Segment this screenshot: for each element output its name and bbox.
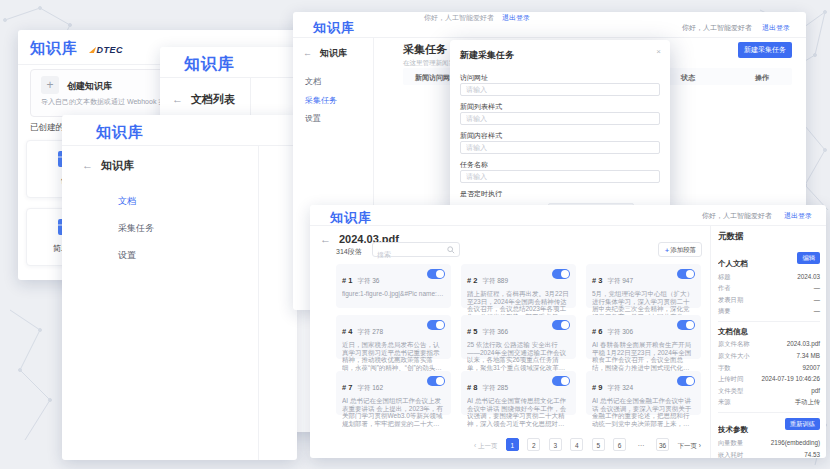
user-greeting: 你好，人工智能爱好者	[682, 24, 752, 31]
metadata-divider	[710, 225, 711, 458]
sidebar-item-documents[interactable]: 文档	[62, 195, 297, 208]
doc-list-title: 文档列表	[191, 93, 235, 105]
header-divider	[62, 145, 297, 146]
field-input-task-name[interactable]	[460, 170, 660, 183]
meta-row: 文件类型pdf	[718, 387, 820, 396]
window-document-viewer: 知识库 你好，人工智能爱好者 退出登录 ←2024.03.pdf 314段落 ＋…	[310, 205, 826, 458]
meta-row: 标题2024.03	[718, 273, 820, 282]
search-input[interactable]	[373, 248, 443, 261]
meta-row: 摘要—	[718, 307, 820, 316]
partner-logo: DTEC	[90, 39, 123, 56]
add-segment-button[interactable]: ＋添加段落	[658, 242, 702, 257]
field-label-content-style: 新闻内容样式	[460, 131, 502, 141]
field-label-url: 访问网址	[460, 73, 488, 83]
pagination-page-4[interactable]: 4	[570, 438, 583, 451]
sidebar-item-settings[interactable]: 设置	[62, 249, 297, 262]
field-label-list-style: 新闻列表样式	[460, 102, 502, 112]
logout-link[interactable]: 退出登录	[784, 212, 812, 219]
search-icon	[447, 246, 455, 254]
pagination-page-1[interactable]: 1	[506, 438, 519, 451]
tasks-back-title: 知识库	[320, 48, 347, 58]
segment-card[interactable]: # 8字符 285 AI 总书记在全国宣传思想文化工作会议中讲话 围绕做好今年工…	[461, 371, 576, 415]
pagination-page-6[interactable]: 6	[613, 438, 626, 451]
segment-toggle[interactable]	[677, 320, 695, 330]
column-actions: 操作	[755, 73, 769, 83]
close-icon[interactable]: ×	[656, 47, 661, 56]
app-logo: 知识库	[313, 19, 355, 37]
new-task-modal: 新建采集任务 × 访问网址 新闻列表样式 新闻内容样式 任务名称 是否定时执行 …	[450, 40, 670, 212]
segment-card[interactable]: # 9字符 324 AI 总书记在全国金融工作会议中讲话 会议强调，要深入学习贯…	[586, 371, 701, 415]
desktop: 知识库 DTEC + 创建知识库 导入自己的文本数据或通过 Webhook 实时…	[0, 0, 830, 469]
logout-link[interactable]: 退出登录	[502, 14, 530, 21]
meta-row: 嵌入耗时74.53	[718, 451, 820, 460]
column-status: 状态	[681, 73, 695, 83]
pagination-prev[interactable]: ‹ 上一页	[474, 442, 497, 451]
segment-card[interactable]: # 6字符 306 AI 春耕备耕全面展开粮食生产开局平稳 1月22日至23日，…	[586, 315, 701, 359]
app-logo: 知识库	[184, 54, 235, 75]
segment-toggle[interactable]	[552, 376, 570, 386]
back-arrow-icon[interactable]: ←	[303, 48, 312, 58]
segment-card[interactable]: # 3字符 947 5月，党组理论学习中心组（扩大）进行集体学习，深入学习贯彻二…	[586, 264, 701, 308]
logout-link[interactable]: 退出登录	[762, 24, 790, 31]
edit-metadata-button[interactable]: 编辑	[797, 252, 820, 264]
segment-toggle[interactable]	[677, 376, 695, 386]
meta-row: 来源手动上传	[718, 398, 820, 407]
user-info: 你好，人工智能爱好者 退出登录	[702, 211, 812, 221]
pagination-page-5[interactable]: 5	[592, 438, 605, 451]
page-title: 采集任务	[403, 42, 447, 57]
pagination-next[interactable]: 下一页 ›	[678, 442, 701, 451]
segment-toggle[interactable]	[552, 269, 570, 279]
field-input-content-style[interactable]	[460, 141, 660, 154]
metadata-heading: 元数据	[718, 231, 820, 243]
segment-card[interactable]: # 4字符 278 近日，国家税务总局发布公告，认真学习贯彻习近平总书记重要指示…	[336, 315, 451, 359]
meta-row: 上传时间2024-07-19 10:46:26	[718, 375, 820, 384]
segment-toggle[interactable]	[552, 320, 570, 330]
tech-params-title: 技术参数	[718, 425, 748, 434]
divider	[718, 412, 820, 413]
segment-card[interactable]: # 7字符 162 AI 总书记在全国组织工作会议上发表重要讲话 会上提出，20…	[336, 371, 451, 415]
modal-title: 新建采集任务	[460, 49, 514, 62]
segment-toggle[interactable]	[677, 269, 695, 279]
segment-card[interactable]: # 1字符 36 figure:1-figure-0.jpg|&#Pic nam…	[336, 264, 451, 308]
meta-row: 向量数量2196(embedding)	[718, 439, 820, 448]
segment-count: 314段落	[336, 247, 362, 257]
sidebar-divider	[258, 145, 259, 460]
field-input-list-style[interactable]	[460, 112, 660, 125]
segment-toggle[interactable]	[427, 376, 445, 386]
meta-row: 原文件大小7.34 MB	[718, 352, 820, 361]
user-greeting: 你好，人工智能爱好者	[702, 212, 772, 219]
new-task-button[interactable]: 新建采集任务	[738, 42, 792, 58]
meta-row: 发表日期—	[718, 296, 820, 305]
metadata-panel: 元数据 编辑 个人文档 标题2024.03 作者— 发表日期— 摘要— 文档信息…	[718, 225, 820, 463]
meta-row: 字数92007	[718, 364, 820, 373]
back-arrow-icon[interactable]: ←	[82, 159, 93, 171]
meta-row: 作者—	[718, 284, 820, 293]
pagination-page-36[interactable]: 36	[656, 438, 669, 451]
pagination-page-3[interactable]: 3	[549, 438, 562, 451]
plus-icon: +	[41, 76, 59, 94]
app-logo: 知识库	[96, 123, 144, 142]
segment-toggle[interactable]	[427, 269, 445, 279]
segment-card[interactable]: # 5字符 366 25 依法行政 公路运输 安全出行——2024年全国交通运输…	[461, 315, 576, 359]
retrain-button[interactable]: 重新训练	[785, 418, 820, 430]
user-info: 你好，人工智能爱好者 退出登录	[682, 23, 790, 33]
kb-back-title: 知识库	[101, 159, 134, 171]
doc-type-title: 个人文档	[718, 259, 748, 268]
back-arrow-icon[interactable]: ←	[320, 233, 331, 245]
pagination-page-2[interactable]: 2	[527, 438, 540, 451]
segment-search	[372, 242, 460, 257]
segment-card[interactable]: # 2字符 889 踏上新征程，奋楫再出发。3月22日至23日，2024年全国两…	[461, 264, 576, 308]
pagination-ellipsis[interactable]: ···	[635, 439, 648, 452]
app-logo: 知识库	[30, 39, 78, 56]
back-arrow-icon[interactable]: ←	[172, 93, 183, 105]
window-kb-detail: 知识库 ←知识库 文档 采集任务 设置	[62, 115, 297, 460]
sidebar-item-collection-tasks[interactable]: 采集任务	[62, 222, 297, 235]
doc-info-title: 文档信息	[718, 327, 820, 337]
divider	[718, 321, 820, 322]
meta-row: 原文件名称2024.03.pdf	[718, 340, 820, 349]
field-input-url[interactable]	[460, 83, 660, 96]
ghost-user-info: 你好，人工智能爱好者 退出登录	[424, 13, 530, 23]
segment-toggle[interactable]	[427, 320, 445, 330]
schedule-label: 是否定时执行	[460, 189, 502, 199]
header-divider	[293, 37, 806, 38]
